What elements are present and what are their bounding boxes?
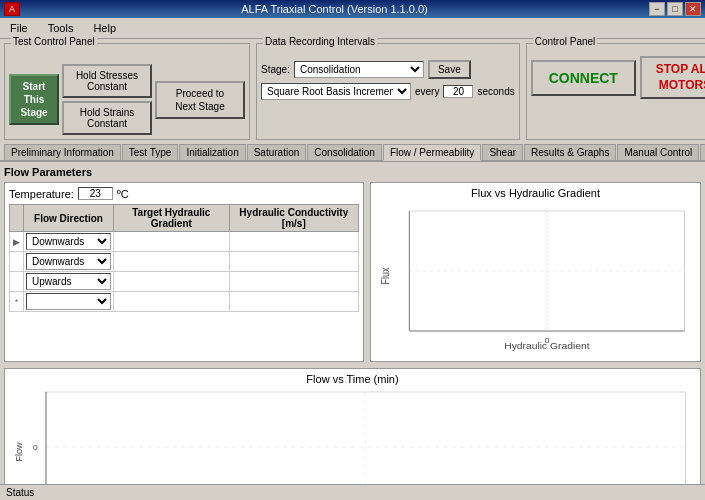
gradient-cell-4	[114, 292, 230, 312]
tab-flow-permeability[interactable]: Flow / Permeability	[383, 144, 481, 161]
status-text: Status	[6, 487, 34, 498]
row-selector: ▶	[10, 232, 24, 252]
gradient-cell-3	[114, 272, 230, 292]
temp-unit: ºC	[117, 188, 129, 200]
tab-saturation[interactable]: Saturation	[247, 144, 307, 160]
minimize-button[interactable]: −	[649, 2, 665, 16]
top-panels: Test Control Panel StartThis Stage Hold …	[0, 39, 705, 144]
hold-strains-button[interactable]: Hold Strains Constant	[62, 101, 152, 135]
hold-stresses-button[interactable]: Hold Stresses Constant	[62, 64, 152, 98]
title-bar-buttons: − □ ✕	[649, 2, 701, 16]
close-button[interactable]: ✕	[685, 2, 701, 16]
flux-chart: Flux vs Hydraulic Gradient Flux Hydrauli…	[370, 182, 701, 362]
conductivity-cell-1	[229, 232, 358, 252]
col-header-direction: Flow Direction	[24, 205, 114, 232]
save-button[interactable]: Save	[428, 60, 471, 79]
tab-initialization[interactable]: Initialization	[179, 144, 245, 160]
flow-params-label: Flow Parameters	[4, 166, 701, 178]
svg-text:Flow: Flow	[13, 442, 23, 461]
row-selector	[10, 272, 24, 292]
gradient-cell-2	[114, 252, 230, 272]
title-bar-text: ALFA Triaxial Control (Version 1.1.0.0)	[20, 3, 649, 15]
direction-cell-empty[interactable]: Downwards Upwards	[24, 292, 114, 312]
tab-manual[interactable]: Manual Control	[617, 144, 699, 160]
maximize-button[interactable]: □	[667, 2, 683, 16]
connect-button[interactable]: CONNECT	[531, 60, 636, 96]
status-bar: Status	[0, 484, 705, 500]
conductivity-cell-3	[229, 272, 358, 292]
tab-bar: Preliminary Information Test Type Initia…	[0, 144, 705, 162]
table-row: * Downwards Upwards	[10, 292, 359, 312]
tab-results[interactable]: Results & Graphs	[524, 144, 616, 160]
data-recording-panel: Data Recording Intervals Stage: Consolid…	[256, 43, 520, 140]
test-control-panel: Test Control Panel StartThis Stage Hold …	[4, 43, 250, 140]
seconds-label: seconds	[477, 86, 514, 97]
svg-text:0: 0	[544, 336, 549, 345]
conductivity-cell-2	[229, 252, 358, 272]
flux-chart-title: Flux vs Hydraulic Gradient	[375, 187, 696, 199]
row-selector	[10, 252, 24, 272]
direction-cell[interactable]: Downwards Upwards	[24, 252, 114, 272]
menu-help[interactable]: Help	[87, 20, 122, 36]
col-header-empty	[10, 205, 24, 232]
title-bar: A ALFA Triaxial Control (Version 1.1.0.0…	[0, 0, 705, 18]
direction-select-3[interactable]: Upwards Downwards	[26, 273, 111, 290]
stop-motors-button[interactable]: STOP ALLMOTORS	[640, 56, 705, 99]
col-header-gradient: Target Hydraulic Gradient	[114, 205, 230, 232]
direction-select-1[interactable]: Downwards Upwards	[26, 233, 111, 250]
row-selector: *	[10, 292, 24, 312]
flux-chart-area: Flux Hydraulic Gradient 0	[375, 201, 696, 351]
main-content: Flow Parameters Temperature: ºC Flow Dir…	[0, 162, 705, 500]
interval-input[interactable]	[443, 85, 473, 98]
svg-text:Flux: Flux	[379, 267, 391, 284]
gradient-cell-1	[114, 232, 230, 252]
table-row: Downwards Upwards	[10, 252, 359, 272]
control-panel: Control Panel CONNECT STOP ALLMOTORS	[526, 43, 705, 140]
tab-shear[interactable]: Shear	[482, 144, 523, 160]
flux-chart-svg: Flux Hydraulic Gradient 0	[375, 201, 696, 351]
test-control-label: Test Control Panel	[11, 36, 97, 47]
flow-time-chart: Flow vs Time (min) 0 0 Flow Time (min)	[4, 368, 701, 500]
direction-select-4[interactable]: Downwards Upwards	[26, 293, 111, 310]
flow-table: Flow Direction Target Hydraulic Gradient…	[9, 204, 359, 312]
start-stage-button[interactable]: StartThis Stage	[9, 74, 59, 125]
flow-time-chart-title: Flow vs Time (min)	[9, 373, 696, 385]
direction-cell[interactable]: Upwards Downwards	[24, 272, 114, 292]
stage-label: Stage:	[261, 64, 290, 75]
interval-select[interactable]: Square Root Basis Incremen Fixed Interva…	[261, 83, 411, 100]
flow-table-panel: Temperature: ºC Flow Direction Target Hy…	[4, 182, 364, 362]
title-bar-icon: A	[4, 2, 20, 16]
col-header-conductivity: Hydraulic Conductivity [m/s]	[229, 205, 358, 232]
table-row: ▶ Downwards Upwards	[10, 232, 359, 252]
proceed-button[interactable]: Proceed toNext Stage	[155, 81, 245, 119]
control-panel-label: Control Panel	[533, 36, 598, 47]
stage-select[interactable]: Consolidation Saturation Shear	[294, 61, 424, 78]
svg-text:0: 0	[33, 443, 38, 452]
tab-preliminary[interactable]: Preliminary Information	[4, 144, 121, 160]
table-row: Upwards Downwards	[10, 272, 359, 292]
every-label: every	[415, 86, 439, 97]
temp-label: Temperature:	[9, 188, 74, 200]
direction-cell[interactable]: Downwards Upwards	[24, 232, 114, 252]
tab-consolidation[interactable]: Consolidation	[307, 144, 382, 160]
direction-select-2[interactable]: Downwards Upwards	[26, 253, 111, 270]
tab-ending[interactable]: Ending Test	[700, 144, 705, 160]
conductivity-cell-4	[229, 292, 358, 312]
menu-file[interactable]: File	[4, 20, 34, 36]
temp-input[interactable]	[78, 187, 113, 200]
menu-tools[interactable]: Tools	[42, 20, 80, 36]
tab-test-type[interactable]: Test Type	[122, 144, 179, 160]
data-recording-label: Data Recording Intervals	[263, 36, 377, 47]
